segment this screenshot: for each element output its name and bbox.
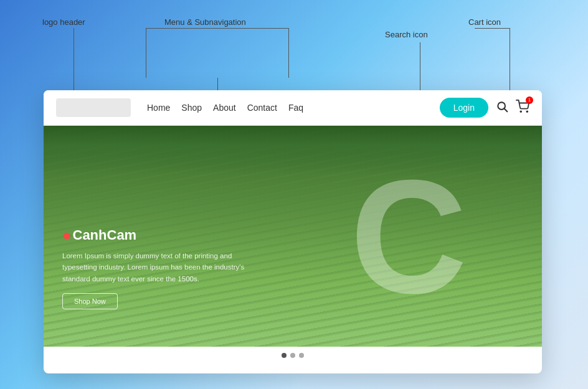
brand-text: CanhCam	[73, 227, 137, 243]
nav-item-home[interactable]: Home	[147, 102, 170, 113]
hero-letter: C	[350, 156, 467, 317]
brand-dot: ●	[62, 227, 72, 244]
hero-trees	[44, 126, 542, 176]
nav-link-faq[interactable]: Faq	[288, 103, 303, 113]
nav-actions: Login 1	[440, 98, 529, 118]
cart-icon-label: Cart icon	[468, 17, 501, 27]
nav-link-about[interactable]: About	[213, 103, 236, 113]
cart-annotation-line-h	[475, 28, 510, 29]
hero-section: C ● CanhCam Lorem Ipsum is simply dummy …	[44, 126, 542, 347]
svg-line-1	[505, 108, 508, 111]
svg-point-3	[526, 111, 528, 112]
pagination	[44, 347, 542, 363]
cart-badge: 1	[526, 96, 533, 104]
hero-description: Lorem Ipsum is simply dummy text of the …	[62, 250, 262, 284]
nav-item-shop[interactable]: Shop	[181, 102, 202, 113]
pagination-dot-2[interactable]	[290, 353, 295, 358]
nav-link-shop[interactable]: Shop	[181, 103, 202, 113]
nav-item-faq[interactable]: Faq	[288, 102, 303, 113]
logo-placeholder	[56, 98, 131, 117]
login-button[interactable]: Login	[440, 98, 488, 118]
hero-brand: ● CanhCam	[62, 227, 262, 244]
logo-annotation-line	[74, 28, 74, 95]
nav-links: Home Shop About Contact Faq	[147, 102, 430, 113]
menu-subnavigation-label: Menu & Subnavigation	[164, 17, 246, 27]
nav-item-contact[interactable]: Contact	[247, 102, 277, 113]
pagination-dot-3[interactable]	[299, 353, 304, 358]
cart-annotation-line-v	[510, 28, 510, 100]
nav-link-contact[interactable]: Contact	[247, 103, 277, 113]
search-icon[interactable]	[496, 100, 508, 116]
svg-point-2	[520, 111, 521, 112]
search-icon-label: Search icon	[385, 30, 428, 39]
browser-window: Home Shop About Contact Faq Login 1	[44, 90, 542, 373]
nav-item-about[interactable]: About	[213, 102, 236, 113]
cart-icon[interactable]: 1	[516, 100, 529, 116]
logo-header-label: logo header	[42, 17, 85, 27]
menu-annotation-bracket	[146, 28, 289, 78]
hero-content: ● CanhCam Lorem Ipsum is simply dummy te…	[62, 227, 262, 309]
pagination-dot-1[interactable]	[282, 353, 287, 358]
nav-link-home[interactable]: Home	[147, 103, 170, 113]
navbar: Home Shop About Contact Faq Login 1	[44, 90, 542, 126]
shop-now-button[interactable]: Shop Now	[62, 293, 118, 309]
